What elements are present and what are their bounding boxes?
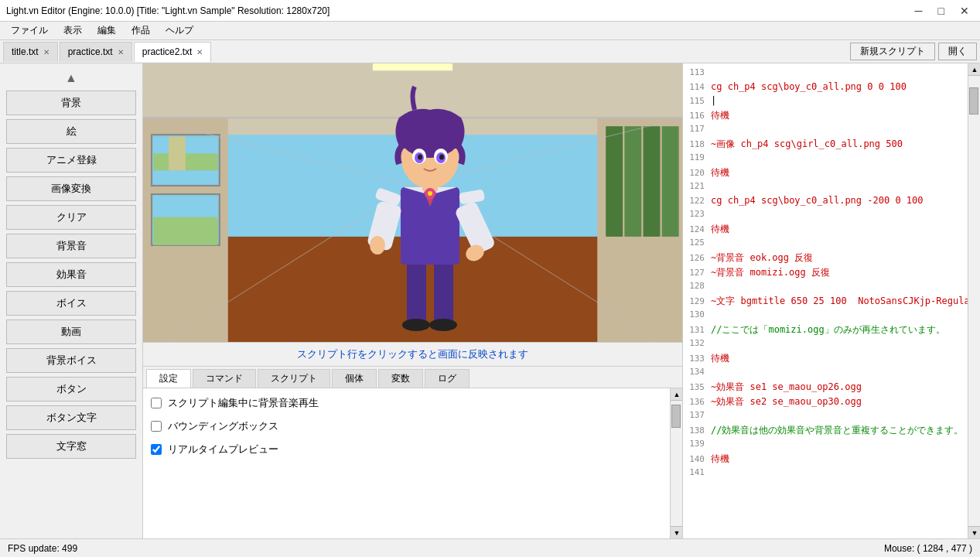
tabbar: title.txt ✕ practice.txt ✕ practice2.txt…: [0, 40, 980, 63]
tab-close-practice2[interactable]: ✕: [196, 48, 203, 56]
line-number: 140: [683, 454, 711, 464]
code-line-130[interactable]: 130: [683, 309, 968, 323]
code-line-129[interactable]: 129~文字 bgmtitle 650 25 100 NotoSansCJKjp…: [683, 294, 968, 309]
line-number: 120: [683, 168, 711, 178]
code-line-126[interactable]: 126~背景音 eok.ogg 反復: [683, 251, 968, 265]
menu-edit[interactable]: 編集: [90, 22, 124, 39]
tab-script[interactable]: スクリプト: [258, 369, 330, 388]
tab-settings[interactable]: 設定: [146, 369, 191, 388]
tab-close-practice[interactable]: ✕: [118, 48, 124, 56]
svg-rect-20: [169, 136, 186, 170]
btn-bg-music[interactable]: 背景音: [6, 234, 136, 258]
tab-commands[interactable]: コマンド: [193, 369, 256, 388]
code-line-135[interactable]: 135~効果音 se1 se_maou_op26.ogg: [683, 380, 968, 395]
btn-anime-register[interactable]: アニメ登録: [6, 148, 136, 173]
line-number: 136: [683, 397, 711, 407]
minimize-button[interactable]: ─: [910, 5, 927, 17]
svg-rect-22: [153, 196, 217, 217]
code-scroll-thumb[interactable]: [969, 87, 978, 114]
code-line-140[interactable]: 140待機: [683, 452, 968, 466]
btn-image-convert[interactable]: 画像変換: [6, 176, 136, 201]
code-line-134[interactable]: 134: [683, 366, 968, 380]
svg-point-49: [428, 191, 432, 196]
open-button[interactable]: 開く: [938, 43, 977, 60]
code-scrollbar[interactable]: ▲ ▼: [968, 63, 980, 538]
code-line-138[interactable]: 138//効果音は他の効果音や背景音と重複することができます。: [683, 423, 968, 438]
tab-log[interactable]: ログ: [425, 369, 470, 388]
line-number: 118: [683, 139, 711, 149]
bottom-scrollbar[interactable]: ▲ ▼: [670, 388, 682, 538]
checkbox-bgm-input[interactable]: [151, 398, 162, 408]
svg-rect-24: [434, 257, 453, 326]
checkbox-realtime-input[interactable]: [151, 444, 162, 455]
btn-button-text[interactable]: ボタン文字: [6, 405, 136, 430]
line-content: ~背景音 momizi.ogg 反復: [711, 266, 968, 279]
menu-file[interactable]: ファイル: [3, 22, 56, 39]
svg-rect-23: [407, 257, 426, 326]
code-scroll-down[interactable]: ▼: [968, 526, 980, 538]
btn-video[interactable]: 動画: [6, 320, 136, 344]
btn-picture[interactable]: 絵: [6, 119, 136, 144]
svg-rect-19: [153, 136, 217, 153]
tab-close-title[interactable]: ✕: [43, 48, 50, 56]
code-line-113[interactable]: 113: [683, 67, 968, 80]
tabbar-right: 新規スクリプト 開く: [850, 43, 977, 60]
tab-individual[interactable]: 個体: [332, 369, 377, 388]
code-line-122[interactable]: 122cg ch_p4 scg\boy_c0_all.png -200 0 10…: [683, 194, 968, 208]
line-number: 116: [683, 111, 711, 121]
tab-variables[interactable]: 変数: [378, 369, 423, 388]
btn-text-window[interactable]: 文字窓: [6, 434, 136, 459]
scroll-down-btn[interactable]: ▼: [671, 526, 682, 538]
btn-clear[interactable]: クリア: [6, 205, 136, 230]
code-line-119[interactable]: 119: [683, 152, 968, 166]
code-line-123[interactable]: 123: [683, 208, 968, 222]
code-line-127[interactable]: 127~背景音 momizi.ogg 反復: [683, 265, 968, 280]
line-content: cg ch_p4 scg\boy_c0_all.png -200 0 100: [711, 195, 968, 206]
code-line-128[interactable]: 128: [683, 280, 968, 294]
code-line-117[interactable]: 117: [683, 123, 968, 137]
bottom-panel: 設定 コマンド スクリプト 個体 変数 ログ スクリプト編集中に背景音楽再生 バ…: [143, 367, 682, 538]
line-number: 128: [683, 281, 711, 291]
code-line-116[interactable]: 116待機: [683, 108, 968, 123]
menu-help[interactable]: ヘルプ: [158, 22, 201, 39]
code-line-115[interactable]: 115|: [683, 94, 968, 108]
tab-practice2-txt[interactable]: practice2.txt ✕: [134, 42, 212, 62]
code-line-141[interactable]: 141: [683, 466, 968, 480]
code-line-121[interactable]: 121: [683, 180, 968, 194]
code-line-137[interactable]: 137: [683, 409, 968, 423]
btn-voice[interactable]: ボイス: [6, 291, 136, 316]
menu-view[interactable]: 表示: [56, 22, 90, 39]
close-button[interactable]: ✕: [955, 5, 974, 17]
line-number: 138: [683, 425, 711, 436]
code-line-131[interactable]: 131//ここでは「momizi.ogg」のみが再生されています。: [683, 323, 968, 337]
code-line-133[interactable]: 133待機: [683, 351, 968, 366]
scroll-up-arrow[interactable]: ▲: [6, 70, 136, 87]
line-number: 113: [683, 67, 711, 77]
code-editor[interactable]: 113114cg ch_p4 scg\boy_c0_all.png 0 0 10…: [683, 63, 968, 538]
maximize-button[interactable]: □: [934, 5, 949, 17]
scroll-thumb[interactable]: [671, 405, 681, 428]
btn-bg-voice[interactable]: 背景ボイス: [6, 348, 136, 373]
code-scroll-up[interactable]: ▲: [968, 63, 980, 76]
menu-work[interactable]: 作品: [124, 22, 158, 39]
line-number: 131: [683, 325, 711, 335]
tab-title-txt[interactable]: title.txt ✕: [3, 42, 58, 62]
btn-sfx[interactable]: 効果音: [6, 262, 136, 287]
new-script-button[interactable]: 新規スクリプト: [850, 43, 935, 60]
svg-point-47: [439, 155, 444, 160]
code-line-114[interactable]: 114cg ch_p4 scg\boy_c0_all.png 0 0 100: [683, 80, 968, 94]
code-line-118[interactable]: 118~画像 ch_p4 scg\girl_c0_all.png 500: [683, 137, 968, 152]
code-line-139[interactable]: 139: [683, 438, 968, 452]
code-line-124[interactable]: 124待機: [683, 222, 968, 237]
tab-practice-txt[interactable]: practice.txt ✕: [60, 42, 132, 62]
code-line-136[interactable]: 136~効果音 se2 se_maou_op30.ogg: [683, 395, 968, 409]
btn-background[interactable]: 背景: [6, 91, 136, 115]
checkbox-bounding-input[interactable]: [151, 421, 162, 432]
line-content: //ここでは「momizi.ogg」のみが再生されています。: [711, 323, 968, 337]
code-line-132[interactable]: 132: [683, 337, 968, 351]
line-content: //効果音は他の効果音や背景音と重複することができます。: [711, 424, 968, 437]
btn-button[interactable]: ボタン: [6, 377, 136, 402]
code-line-120[interactable]: 120待機: [683, 166, 968, 180]
code-line-125[interactable]: 125: [683, 237, 968, 251]
scroll-up-btn[interactable]: ▲: [671, 388, 682, 401]
